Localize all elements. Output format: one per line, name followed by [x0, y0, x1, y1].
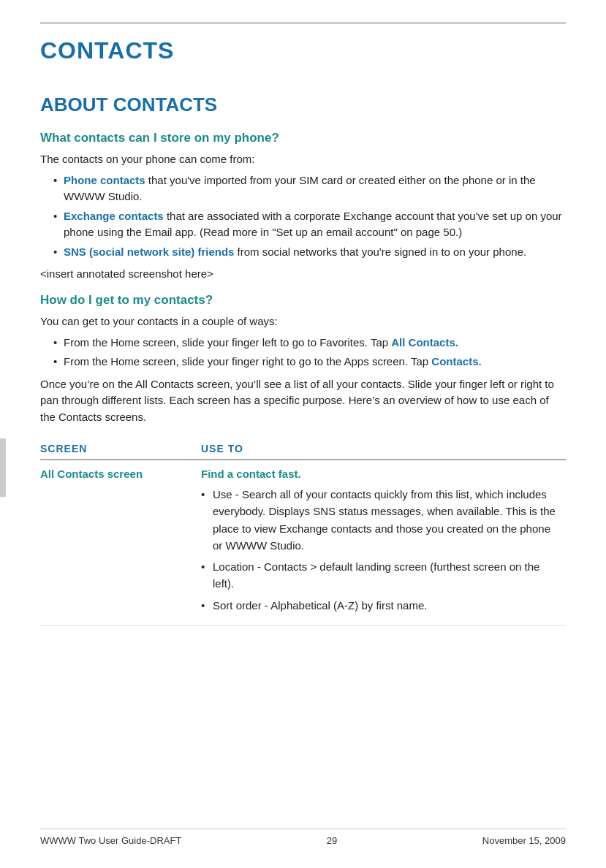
sns-friends-text: from social networks that you're signed … [234, 245, 526, 258]
about-contacts-heading: ABOUT CONTACTS [40, 94, 566, 116]
insert-note: <insert annotated screenshot here> [40, 267, 566, 280]
use-to-bullet-list: Use - Search all of your contacts quickl… [201, 486, 557, 614]
sns-friends-link: SNS (social network site) friends [64, 245, 234, 258]
page: PREPARED FOR FCC CERTIFICATION CONFIDENT… [0, 0, 606, 868]
phone-contacts-link: Phone contacts [64, 174, 145, 186]
question1-heading: What contacts can I store on my phone? [40, 131, 566, 145]
question2-bullet-list: From the Home screen, slide your finger … [40, 335, 566, 370]
list-item: SNS (social network site) friends from s… [53, 244, 566, 261]
get-contacts-text-2: From the Home screen, slide your finger … [64, 355, 431, 368]
get-contacts-text-1: From the Home screen, slide your finger … [64, 336, 391, 349]
all-contacts-link: All Contacts. [391, 336, 458, 349]
list-item: Exchange contacts that are associated wi… [53, 208, 566, 241]
table-cell-use-to: Find a contact fast. Use - Search all of… [201, 460, 566, 625]
footer-left: WWWW Two User Guide-DRAFT [40, 835, 181, 846]
question1-intro: The contacts on your phone can come from… [40, 151, 566, 168]
list-item: Sort order - Alphabetical (A-Z) by first… [201, 597, 557, 614]
question2-heading: How do I get to my contacts? [40, 293, 566, 308]
table-cell-screen: All Contacts screen [40, 460, 201, 625]
table-col-use-to: USE TO [201, 438, 566, 460]
list-item: Location - Contacts > default landing sc… [201, 558, 557, 593]
table-row: All Contacts screen Find a contact fast.… [40, 460, 566, 625]
footer-center: 29 [327, 835, 337, 846]
question2-intro: You can get to your contacts in a couple… [40, 313, 566, 330]
footer-right: November 15, 2009 [482, 835, 566, 846]
list-item: Phone contacts that you've imported from… [53, 172, 566, 205]
use-to-bullet-1: Use - Search all of your contacts quickl… [213, 488, 556, 552]
question2-body: Once you’re on the All Contacts screen, … [40, 376, 566, 426]
footer: WWWW Two User Guide-DRAFT 29 November 15… [40, 829, 566, 846]
exchange-contacts-link: Exchange contacts [64, 210, 164, 222]
left-accent-bar [0, 438, 6, 497]
use-to-bullet-2: Location - Contacts > default landing sc… [213, 560, 539, 590]
contacts-link: Contacts. [431, 355, 481, 368]
list-item: From the Home screen, slide your finger … [53, 335, 566, 351]
page-title: CONTACTS [40, 37, 566, 64]
use-to-bullet-3: Sort order - Alphabetical (A-Z) by first… [213, 599, 427, 612]
use-to-heading: Find a contact fast. [201, 468, 557, 480]
table-col-screen: SCREEN [40, 438, 201, 460]
screen-name: All Contacts screen [40, 468, 143, 480]
list-item: From the Home screen, slide your finger … [53, 354, 566, 370]
list-item: Use - Search all of your contacts quickl… [201, 486, 557, 554]
top-border [40, 22, 566, 24]
contacts-table: SCREEN USE TO All Contacts screen Find a… [40, 438, 566, 626]
question1-bullet-list: Phone contacts that you've imported from… [40, 172, 566, 261]
